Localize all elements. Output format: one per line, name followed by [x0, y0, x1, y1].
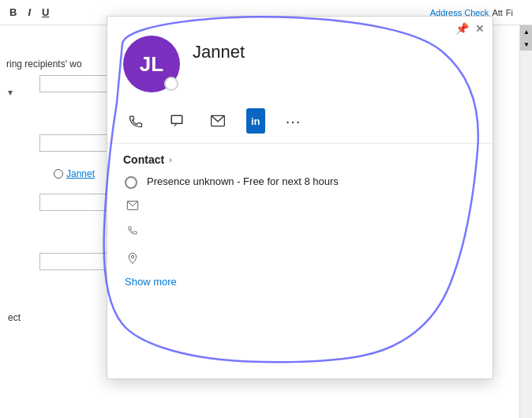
- dropdown-arrow[interactable]: ▾: [8, 87, 13, 98]
- phone-row-icon: [125, 224, 140, 238]
- radio-circle: [54, 169, 63, 179]
- location-icon: [125, 250, 140, 269]
- avatar-wrap: JL: [123, 36, 180, 92]
- top-att-label: Att: [492, 8, 502, 17]
- email-action-button[interactable]: [205, 108, 230, 134]
- underline-button[interactable]: U: [39, 5, 52, 20]
- scroll-down-arrow[interactable]: ▼: [520, 38, 532, 51]
- popup-body: Contact › Presence unknown - Free for ne…: [107, 144, 493, 297]
- popup-name-area: Jannet: [193, 36, 245, 66]
- bold-button[interactable]: B: [6, 5, 20, 20]
- contact-card-popup: 📌 ✕ JL Jannet: [107, 16, 493, 379]
- presence-text: Presence unknown - Free for next 8 hours: [147, 175, 339, 187]
- top-fi-label: Fi: [506, 8, 513, 17]
- scrollbar[interactable]: ▲ ▼: [519, 25, 532, 418]
- popup-header: JL Jannet: [107, 17, 493, 102]
- presence-status-circle: [125, 176, 137, 189]
- action-icons-row: in ···: [107, 102, 493, 144]
- italic-button[interactable]: I: [24, 5, 34, 20]
- ect-label: ect: [8, 312, 21, 323]
- phone-action-button[interactable]: [123, 108, 148, 134]
- linkedin-action-button[interactable]: in: [246, 108, 265, 134]
- presence-row: Presence unknown - Free for next 8 hours: [123, 175, 477, 189]
- location-row: [123, 250, 477, 269]
- contact-section-title: Contact: [123, 153, 164, 166]
- more-actions-button[interactable]: ···: [281, 108, 306, 134]
- contact-name: Jannet: [193, 42, 245, 62]
- contact-section-header: Contact ›: [123, 153, 477, 166]
- phone-row: [123, 224, 477, 238]
- email-row: [123, 198, 477, 214]
- show-more-link[interactable]: Show more: [125, 276, 477, 288]
- email-row-icon: [125, 199, 140, 214]
- svg-point-3: [131, 255, 133, 258]
- svg-rect-0: [171, 115, 182, 123]
- jannet-radio-label[interactable]: Jannet: [54, 168, 95, 179]
- scroll-up-arrow[interactable]: ▲: [520, 25, 532, 38]
- chat-action-button[interactable]: [164, 108, 189, 134]
- contact-section-chevron[interactable]: ›: [169, 155, 172, 164]
- presence-indicator-dot: [164, 77, 178, 91]
